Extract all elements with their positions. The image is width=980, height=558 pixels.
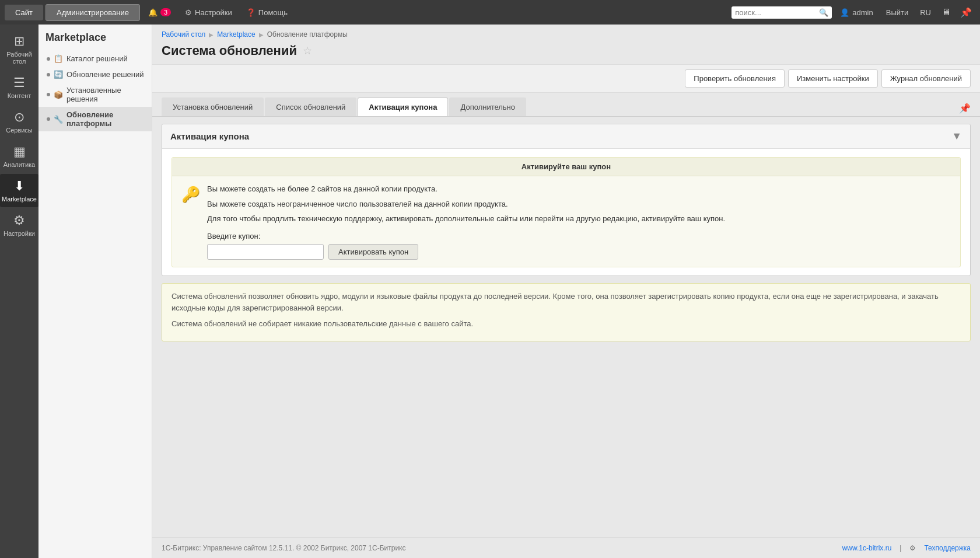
sidebar-item-analytics[interactable]: ▦ Аналитика [0, 140, 38, 173]
coupon-section-toggle[interactable]: ▼ [951, 130, 962, 142]
coupon-section-title: Активация купона [170, 131, 249, 141]
page-header: Система обновлений ☆ [152, 41, 980, 64]
bell-icon: 🔔 [148, 8, 158, 17]
sidebar-item-services[interactable]: ⊙ Сервисы [0, 105, 38, 138]
coupon-info-line3: Для того чтобы продлить техническую подд… [207, 213, 951, 225]
footer-sep: | [900, 544, 901, 552]
update-solutions-dot [47, 73, 50, 76]
top-nav: Сайт Администрирование 🔔 3 ⚙ Настройки ❓… [0, 0, 980, 25]
help-button[interactable]: ❓ Помощь [240, 6, 293, 19]
monitor-icon[interactable]: 🖥 [938, 6, 954, 19]
footer-support-link[interactable]: Техподдержка [924, 544, 971, 552]
tab-install-updates[interactable]: Установка обновлений [162, 97, 264, 116]
sub-sidebar: Marketplace 📋 Каталог решений 🔄 Обновлен… [38, 25, 152, 558]
coupon-section-header: Активация купона ▼ [162, 124, 970, 149]
info-line1: Система обновлений позволяет обновить яд… [172, 291, 961, 315]
top-nav-extra-icons: 🖥 📌 [938, 6, 975, 19]
coupon-section-card: Активация купона ▼ Активируйте ваш купон… [162, 124, 971, 276]
sub-sidebar-item-update-solutions[interactable]: 🔄 Обновление решений [38, 67, 152, 82]
main-layout: ⊞ Рабочий стол ☰ Контент ⊙ Сервисы ▦ Ана… [0, 25, 980, 558]
footer: 1С-Битрикс: Управление сайтом 12.5.11. ©… [152, 538, 980, 558]
footer-copyright: 1С-Битрикс: Управление сайтом 12.5.11. ©… [162, 544, 406, 552]
platform-update-icon: 🔧 [54, 115, 63, 124]
desktop-icon: ⊞ [14, 34, 24, 49]
tab-coupon-activation[interactable]: Активация купона [358, 97, 448, 116]
content-icon: ☰ [13, 75, 25, 90]
settings-button[interactable]: ⚙ Настройки [179, 6, 238, 19]
coupon-info-header: Активируйте ваш купон [172, 158, 960, 176]
platform-update-dot [47, 117, 50, 121]
coupon-input-label: Введите купон: [207, 232, 951, 240]
footer-right: www.1c-bitrix.ru | ⚙ Техподдержка [842, 544, 971, 552]
breadcrumb-sep-2: ▶ [259, 32, 264, 38]
pin-icon[interactable]: 📌 [957, 6, 975, 19]
content-area: Рабочий стол ▶ Marketplace ▶ Обновление … [152, 25, 980, 558]
sidebar-item-marketplace[interactable]: ⬇ Marketplace [0, 174, 38, 207]
tab-list-updates[interactable]: Список обновлений [265, 97, 356, 116]
settings-icon: ⚙ [13, 213, 25, 228]
sub-sidebar-title: Marketplace [38, 32, 152, 51]
logout-button[interactable]: Выйти [881, 6, 914, 19]
sub-sidebar-item-catalog[interactable]: 📋 Каталог решений [38, 51, 152, 67]
search-box: 🔍 [732, 6, 832, 19]
sidebar-item-content[interactable]: ☰ Контент [0, 71, 38, 104]
installed-dot [47, 93, 50, 96]
coupon-form: Введите купон: Активировать купон [207, 232, 951, 260]
update-solutions-icon: 🔄 [54, 70, 63, 79]
breadcrumb-current: Обновление платформы [267, 30, 348, 39]
gear-small-icon: ⚙ [185, 8, 192, 17]
coupon-inner: Активируйте ваш купон 🔑 Вы можете создат… [162, 149, 970, 275]
installed-icon: 📦 [54, 90, 63, 99]
sub-sidebar-item-installed[interactable]: 📦 Установленные решения [38, 82, 152, 107]
breadcrumb-marketplace[interactable]: Marketplace [217, 30, 255, 39]
info-box-bottom: Система обновлений позволяет обновить яд… [162, 283, 971, 341]
activate-coupon-button[interactable]: Активировать купон [328, 244, 418, 260]
toolbar: Проверить обновления Изменить настройки … [152, 64, 980, 93]
info-line2: Система обновлений не собирает никакие п… [172, 318, 961, 330]
update-log-button[interactable]: Журнал обновлений [881, 69, 971, 88]
marketplace-icon: ⬇ [14, 179, 24, 194]
sidebar: ⊞ Рабочий стол ☰ Контент ⊙ Сервисы ▦ Ана… [0, 25, 38, 558]
sidebar-item-desktop[interactable]: ⊞ Рабочий стол [0, 29, 38, 69]
check-updates-button[interactable]: Проверить обновления [685, 69, 785, 88]
key-icon: 🔑 [181, 186, 200, 204]
language-selector[interactable]: RU [915, 6, 936, 19]
main-panel: Активация купона ▼ Активируйте ваш купон… [152, 117, 980, 538]
breadcrumb: Рабочий стол ▶ Marketplace ▶ Обновление … [152, 25, 980, 41]
breadcrumb-sep-1: ▶ [209, 32, 214, 38]
favorite-icon[interactable]: ☆ [303, 44, 312, 57]
coupon-info-text: Вы можете создать не более 2 сайтов на д… [207, 183, 951, 260]
coupon-info-line2: Вы можете создать неограниченное число п… [207, 198, 951, 210]
coupon-form-row: Активировать купон [207, 244, 951, 260]
footer-settings-icon: ⚙ [909, 544, 916, 552]
tab-additional[interactable]: Дополнительно [449, 97, 526, 116]
catalog-icon: 📋 [54, 54, 63, 63]
sub-sidebar-item-platform-update[interactable]: 🔧 Обновление платформы [38, 107, 152, 131]
coupon-info-line1: Вы можете создать не более 2 сайтов на д… [207, 183, 951, 195]
page-title: Система обновлений [162, 43, 297, 58]
help-icon: ❓ [246, 8, 256, 17]
search-input[interactable] [735, 8, 817, 17]
services-icon: ⊙ [14, 110, 24, 125]
footer-site-link[interactable]: www.1c-bitrix.ru [842, 544, 892, 552]
breadcrumb-desktop[interactable]: Рабочий стол [162, 30, 205, 39]
coupon-info-box: Активируйте ваш купон 🔑 Вы можете создат… [172, 157, 961, 267]
notifications-badge: 3 [160, 8, 171, 16]
user-menu[interactable]: 👤 admin [834, 6, 878, 19]
tab-pin-icon[interactable]: 📌 [959, 103, 971, 116]
search-icon: 🔍 [819, 8, 828, 17]
notifications-button[interactable]: 🔔 3 [142, 6, 177, 19]
admin-button[interactable]: Администрирование [46, 4, 140, 21]
sidebar-item-settings[interactable]: ⚙ Настройки [0, 208, 38, 242]
tabs-bar: Установка обновлений Список обновлений А… [152, 97, 980, 117]
site-button[interactable]: Сайт [5, 5, 43, 20]
user-icon: 👤 [840, 8, 849, 17]
coupon-input[interactable] [207, 244, 324, 260]
analytics-icon: ▦ [13, 144, 26, 159]
coupon-info-body: 🔑 Вы можете создать не более 2 сайтов на… [181, 183, 951, 260]
catalog-dot [47, 57, 50, 61]
change-settings-button[interactable]: Изменить настройки [788, 69, 878, 88]
